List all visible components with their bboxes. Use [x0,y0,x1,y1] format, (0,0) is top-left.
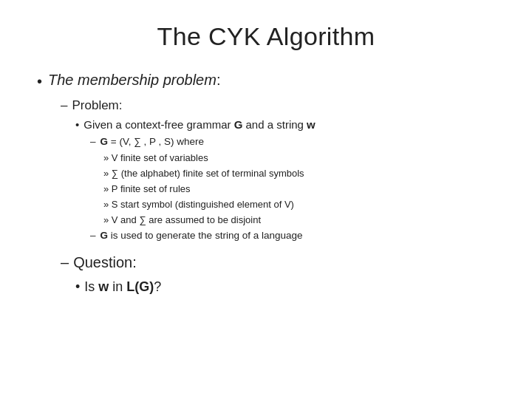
g-used-text: G is used to generate the string of a la… [100,228,303,244]
slide: The CYK Algorithm • The membership probl… [0,0,532,399]
sub-item-variables: » V finite set of variables [37,151,495,166]
question-bullet: • Is w in L(G)? [37,277,495,298]
problem-dash-marker: – [61,96,67,115]
question-dash-marker: – [61,251,69,274]
sub-item-variables-text: » V finite set of variables [103,151,208,166]
sub-item-disjoint-text: » V and ∑ are assumed to be disjoint [103,213,261,228]
content-area: • The membership problem: – Problem: • G… [37,69,495,298]
problem-dash: – Problem: [37,96,495,115]
question-text: Is w in L(G)? [84,277,161,298]
sub-item-start: » S start symbol (distinguished element … [37,197,495,212]
g-def-marker: – [90,134,96,150]
sub-item-disjoint: » V and ∑ are assumed to be disjoint [37,213,495,228]
question-label: Question: [73,251,137,274]
g-used-marker: – [90,228,96,244]
g-used-bold: G [100,230,109,241]
sub-item-rules-text: » P finite set of rules [103,182,191,197]
sub-item-start-text: » S start symbol (distinguished element … [103,197,294,212]
question-dash: – Question: [37,251,495,274]
bullet-marker-l1: • [37,70,42,93]
question-LG: L(G) [126,279,154,294]
g-used-dash: – G is used to generate the string of a … [37,228,495,244]
problem-label: Problem: [72,96,122,115]
g-def-text: G = (V, ∑ , P , S) where [100,134,205,150]
slide-title: The CYK Algorithm [37,22,495,51]
question-w: w [98,279,109,294]
given-bullet: • Given a context-free grammar G and a s… [37,116,495,133]
question-section: – Question: • Is w in L(G)? [37,251,495,298]
given-text: Given a context-free grammar G and a str… [83,116,315,133]
membership-problem-bullet: • The membership problem: [37,69,495,93]
question-bullet-marker: • [75,277,80,298]
sub-item-alphabet: » ∑ (the alphabet) finite set of termina… [37,166,495,181]
g-def-dash: – G = (V, ∑ , P , S) where [37,134,495,150]
given-G: G [234,118,243,131]
bullet-marker-l3: • [75,116,79,133]
membership-problem-italic: The membership problem [48,72,216,88]
given-w: w [307,118,316,131]
sub-item-alphabet-text: » ∑ (the alphabet) finite set of termina… [103,166,304,181]
g-bold: G [100,136,109,147]
membership-problem-text: The membership problem: [48,69,220,92]
sub-item-rules: » P finite set of rules [37,182,495,197]
